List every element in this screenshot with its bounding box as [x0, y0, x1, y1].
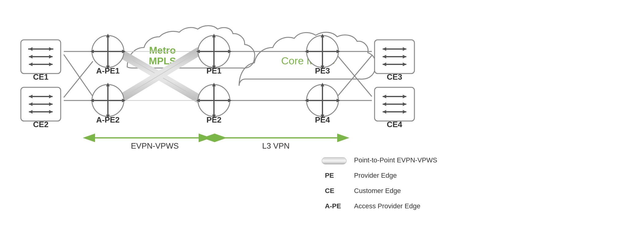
network-diagram-svg: Metro MPLS Core MPLS	[0, 0, 644, 231]
legend-tube-label: Point-to-Point EVPN-VPWS	[354, 156, 437, 164]
legend-tube-symbol	[322, 157, 346, 164]
ce3-node	[375, 40, 414, 74]
legend-ape-abbr: A-PE	[325, 202, 341, 210]
pe3-label: PE3	[315, 66, 330, 75]
legend-pe-abbr: PE	[325, 172, 334, 179]
ce2-node	[21, 87, 61, 121]
ce3-label: CE3	[387, 72, 402, 81]
ce4-label: CE4	[387, 120, 402, 129]
ce4-node	[375, 87, 414, 121]
pe1-label: PE1	[206, 66, 221, 75]
pe4-label: PE4	[315, 115, 330, 124]
legend-ce-abbr: CE	[325, 187, 334, 195]
ce1-node	[21, 40, 61, 74]
ape1-label: A-PE1	[96, 66, 120, 75]
diagram-container: Metro MPLS Core MPLS	[0, 0, 644, 231]
pe2-label: PE2	[206, 115, 221, 124]
ce2-label: CE2	[33, 120, 49, 129]
l3vpn-label: L3 VPN	[262, 141, 290, 150]
ape2-label: A-PE2	[96, 115, 120, 124]
svg-rect-111	[322, 157, 346, 164]
legend-ape-desc: Access Provider Edge	[354, 202, 420, 210]
ce1-label: CE1	[33, 72, 49, 81]
legend-ce-desc: Customer Edge	[354, 187, 401, 195]
legend-pe-desc: Provider Edge	[354, 172, 397, 179]
evpn-vpws-label: EVPN-VPWS	[131, 141, 179, 150]
